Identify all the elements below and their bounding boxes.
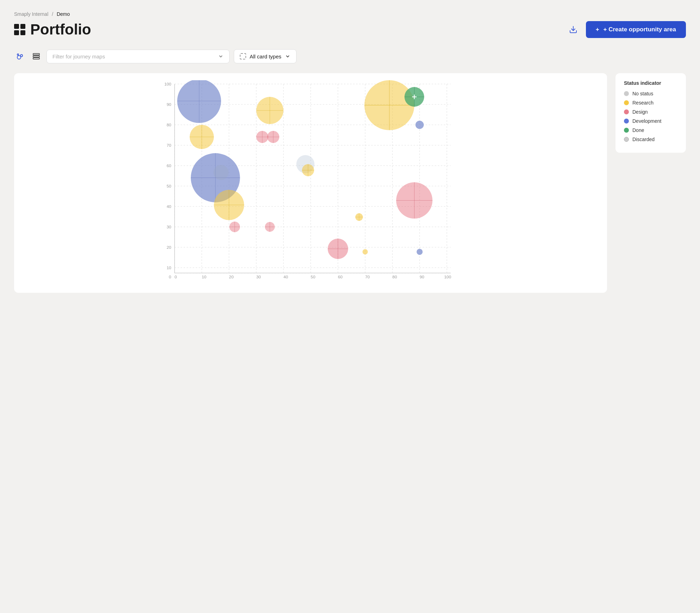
header-actions: + + Create opportunity area — [566, 21, 686, 38]
svg-rect-5 — [33, 56, 39, 57]
create-button-icon: + — [596, 26, 599, 33]
list-view-button[interactable] — [30, 50, 42, 62]
card-type-filter[interactable]: All card types — [234, 49, 296, 63]
svg-text:90: 90 — [167, 102, 171, 107]
bubble-yellow-tiny[interactable] — [363, 249, 368, 254]
bubble-blue-tiny-bottom-right[interactable] — [417, 249, 423, 255]
page-title: Portfolio — [30, 21, 91, 38]
card-type-icon — [240, 53, 246, 59]
breadcrumb-current: Demo — [57, 11, 70, 17]
filter-placeholder: Filter for journey maps — [52, 53, 105, 59]
legend-item-no-status: No status — [624, 91, 677, 96]
bubble-blue-small-right[interactable] — [415, 121, 424, 129]
title-area: Portfolio — [14, 21, 91, 38]
legend-label-design: Design — [632, 109, 648, 115]
card-type-label: All card types — [250, 53, 281, 59]
legend-label-no-status: No status — [632, 91, 653, 96]
breadcrumb-separator: / — [52, 11, 53, 17]
legend-title: Status indicator — [624, 80, 677, 86]
legend-item-done: Done — [624, 127, 677, 133]
svg-text:90: 90 — [420, 274, 425, 279]
svg-text:50: 50 — [167, 184, 171, 189]
svg-text:0: 0 — [169, 274, 171, 279]
svg-point-2 — [20, 55, 23, 57]
svg-text:20: 20 — [229, 274, 234, 279]
legend-item-development: Development — [624, 118, 677, 124]
bubble-gray-small[interactable] — [213, 165, 229, 180]
legend-label-discarded: Discarded — [632, 137, 655, 142]
download-button[interactable] — [566, 23, 580, 37]
header: Portfolio + + Create opportunity area — [14, 21, 686, 38]
svg-text:50: 50 — [311, 274, 315, 279]
legend-item-design: Design — [624, 109, 677, 115]
svg-text:40: 40 — [167, 204, 171, 209]
svg-text:100: 100 — [164, 82, 171, 87]
svg-text:80: 80 — [392, 274, 397, 279]
bubble-view-button[interactable] — [14, 50, 26, 62]
svg-text:10: 10 — [202, 274, 207, 279]
svg-text:30: 30 — [167, 225, 171, 229]
main-content: .axis-label { font-size: 11px; fill: #99… — [14, 73, 686, 293]
breadcrumb-parent[interactable]: Smaply Internal — [14, 11, 48, 17]
legend-dot-research — [624, 100, 629, 105]
legend-label-research: Research — [632, 100, 654, 106]
breadcrumb: Smaply Internal / Demo — [14, 11, 686, 17]
bubble-chart: .axis-label { font-size: 11px; fill: #99… — [18, 80, 600, 284]
svg-text:100: 100 — [444, 274, 451, 279]
svg-text:10: 10 — [167, 265, 171, 270]
legend-label-development: Development — [632, 118, 662, 124]
legend-dot-design — [624, 109, 629, 114]
svg-text:20: 20 — [167, 245, 171, 250]
legend-item-discarded: Discarded — [624, 137, 677, 142]
svg-rect-4 — [33, 53, 39, 55]
svg-rect-6 — [33, 58, 39, 59]
svg-text:40: 40 — [283, 274, 288, 279]
svg-point-3 — [17, 54, 19, 55]
portfolio-icon — [14, 24, 25, 35]
svg-text:70: 70 — [167, 143, 171, 148]
toolbar: Filter for journey maps All card types — [14, 49, 686, 63]
chart-area: .axis-label { font-size: 11px; fill: #99… — [14, 73, 607, 293]
svg-text:60: 60 — [167, 163, 171, 168]
legend-panel: Status indicator No status Research Desi… — [615, 73, 686, 153]
legend-label-done: Done — [632, 127, 644, 133]
legend-dot-done — [624, 128, 629, 133]
legend-dot-development — [624, 119, 629, 124]
journey-map-filter[interactable]: Filter for journey maps — [46, 50, 230, 63]
create-button-label: + Create opportunity area — [604, 26, 676, 33]
legend-dot-no-status — [624, 91, 629, 96]
svg-text:60: 60 — [338, 274, 343, 279]
svg-text:30: 30 — [256, 274, 261, 279]
svg-text:80: 80 — [167, 122, 171, 127]
legend-dot-discarded — [624, 137, 629, 142]
create-opportunity-button[interactable]: + + Create opportunity area — [586, 21, 686, 38]
svg-text:0: 0 — [175, 274, 177, 279]
svg-text:70: 70 — [365, 274, 370, 279]
legend-item-research: Research — [624, 100, 677, 106]
